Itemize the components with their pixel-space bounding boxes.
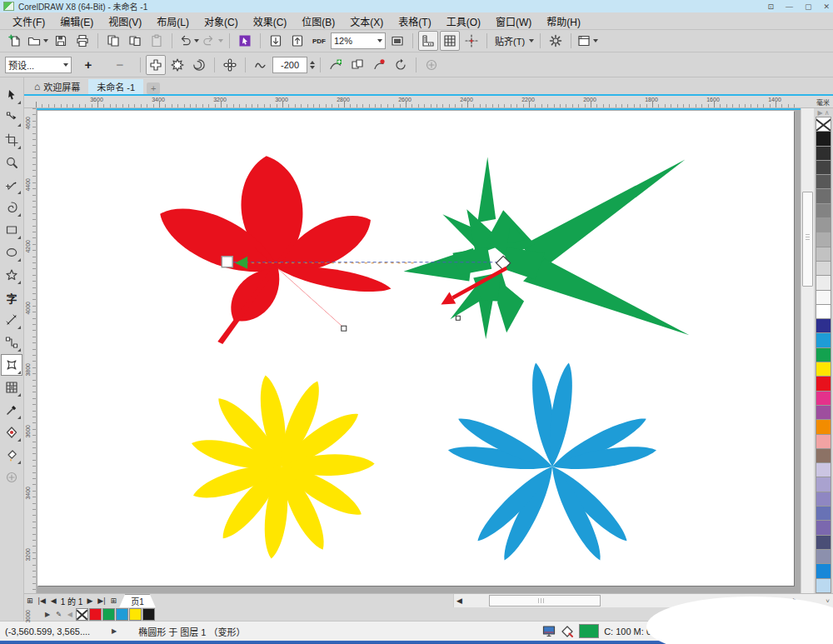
- copy-button[interactable]: [103, 31, 123, 51]
- horizontal-scrollbar-thumb[interactable]: [489, 595, 601, 607]
- palette-swatch[interactable]: [816, 549, 831, 564]
- palette-swatch[interactable]: [816, 203, 831, 218]
- palette-swatch[interactable]: [816, 563, 831, 578]
- palette-swatch[interactable]: [816, 448, 831, 463]
- palette-swatch[interactable]: [816, 290, 831, 305]
- clear-distortion-button[interactable]: [369, 55, 389, 75]
- mesh-fill-tool[interactable]: [1, 377, 22, 398]
- doc-swatch[interactable]: [102, 608, 115, 621]
- restore-panel-icon[interactable]: ⊡: [767, 2, 774, 11]
- doc-swatch[interactable]: [142, 608, 155, 621]
- palette-swatch[interactable]: [816, 217, 831, 232]
- first-page-button[interactable]: |◀: [36, 597, 48, 605]
- palette-swatch[interactable]: [816, 578, 831, 593]
- export-button[interactable]: [287, 31, 307, 51]
- show-guidelines-button[interactable]: [461, 31, 481, 51]
- doc-swatch-none[interactable]: [76, 608, 88, 621]
- menu-item-4[interactable]: 对象(C): [197, 12, 246, 30]
- zoom-tool[interactable]: [1, 152, 22, 173]
- application-launcher-button[interactable]: [576, 31, 599, 51]
- palette-swatch[interactable]: [816, 477, 831, 492]
- menu-item-10[interactable]: 窗口(W): [488, 12, 539, 30]
- push-pull-distortion-button[interactable]: [146, 55, 166, 75]
- remove-preset-button[interactable]: −: [105, 55, 135, 75]
- palette-swatch[interactable]: [816, 304, 831, 319]
- palette-swatch[interactable]: [816, 174, 831, 189]
- vertical-scrollbar-thumb[interactable]: [802, 192, 813, 287]
- palette-swatch[interactable]: [816, 261, 831, 276]
- save-button[interactable]: [51, 31, 71, 51]
- publish-pdf-button[interactable]: PDF: [309, 31, 329, 51]
- duplicate-button[interactable]: [125, 31, 145, 51]
- undo-button[interactable]: [177, 31, 200, 51]
- distort-tool[interactable]: [1, 354, 22, 376]
- text-tool[interactable]: 字: [1, 287, 22, 308]
- menu-item-0[interactable]: 文件(F): [5, 12, 52, 30]
- tab-welcome-screen[interactable]: ⌂ 欢迎屏幕: [26, 79, 88, 94]
- ellipse-tool[interactable]: [1, 242, 22, 263]
- dimension-tool[interactable]: [1, 309, 22, 331]
- eyedropper-tool[interactable]: [1, 399, 22, 421]
- palette-swatch[interactable]: [816, 275, 831, 290]
- spinner-down-icon[interactable]: [310, 66, 315, 69]
- redo-button[interactable]: [202, 31, 224, 51]
- amplitude-spinner[interactable]: [310, 61, 315, 69]
- spinner-up-icon[interactable]: [310, 61, 315, 64]
- palette-swatch[interactable]: [816, 332, 831, 347]
- pick-tool[interactable]: [1, 84, 22, 106]
- doc-palette-eyedropper-icon[interactable]: ✎: [53, 611, 64, 618]
- doc-swatch[interactable]: [116, 608, 128, 621]
- doc-palette-expand-icon[interactable]: ▶: [42, 611, 52, 618]
- connector-tool[interactable]: [1, 332, 22, 353]
- new-document-button[interactable]: [5, 31, 25, 51]
- fullscreen-preview-button[interactable]: [387, 31, 407, 51]
- twister-distortion-button[interactable]: [189, 55, 209, 75]
- next-page-button[interactable]: ▶: [84, 597, 95, 605]
- quick-customize-button[interactable]: [421, 55, 441, 75]
- palette-swatch[interactable]: [816, 362, 831, 377]
- palette-scroll-down-icon[interactable]: ˅: [826, 597, 830, 605]
- zipper-distortion-button[interactable]: [167, 55, 187, 75]
- amplitude-input[interactable]: -200: [272, 57, 307, 73]
- show-grid-button[interactable]: [440, 31, 460, 51]
- paste-button[interactable]: [147, 31, 167, 51]
- freehand-tool[interactable]: [1, 174, 22, 196]
- page-tab[interactable]: 页1: [119, 594, 156, 607]
- maximize-button[interactable]: ▢: [805, 2, 812, 11]
- palette-swatch[interactable]: [816, 462, 831, 477]
- import-button[interactable]: [266, 31, 286, 51]
- canvas-area[interactable]: [37, 108, 801, 593]
- palette-swatch[interactable]: [816, 376, 831, 391]
- show-rulers-button[interactable]: [418, 31, 438, 51]
- new-document-tab-button[interactable]: +: [147, 82, 160, 94]
- page-options-button[interactable]: ⊞: [24, 597, 36, 605]
- doc-palette-scroll-left-icon[interactable]: ◀: [65, 611, 75, 618]
- options-button[interactable]: [546, 31, 566, 51]
- palette-swatch[interactable]: [816, 506, 831, 521]
- shape-tool[interactable]: [1, 107, 22, 128]
- artistic-media-tool[interactable]: [1, 197, 22, 218]
- scroll-left-button[interactable]: ◀: [454, 597, 465, 605]
- menu-item-9[interactable]: 工具(O): [439, 12, 488, 30]
- copy-distortion-button[interactable]: [347, 55, 367, 75]
- snap-to-menu[interactable]: 贴齐(T): [492, 31, 535, 51]
- menu-item-8[interactable]: 表格(T): [391, 12, 438, 30]
- palette-swatch[interactable]: [816, 520, 831, 535]
- status-flyout-icon[interactable]: ▶: [112, 627, 117, 635]
- prev-page-button[interactable]: ◀: [48, 597, 59, 605]
- close-button[interactable]: ✕: [823, 2, 830, 11]
- menu-item-7[interactable]: 文本(X): [342, 12, 391, 30]
- minimize-button[interactable]: —: [786, 2, 793, 11]
- palette-swatch[interactable]: [816, 535, 831, 550]
- palette-swatch-none[interactable]: [816, 117, 831, 132]
- print-button[interactable]: [72, 31, 92, 51]
- more-tools[interactable]: [1, 467, 22, 488]
- open-document-button[interactable]: [27, 31, 49, 51]
- palette-swatch[interactable]: [816, 247, 831, 262]
- palette-swatch[interactable]: [816, 405, 831, 420]
- tab-document[interactable]: 未命名 -1: [88, 79, 143, 94]
- horizontal-ruler[interactable]: 毫米 3600340032003000280026002400220020001…: [24, 96, 833, 108]
- palette-swatch[interactable]: [816, 188, 831, 203]
- palette-swatch[interactable]: [816, 318, 831, 333]
- palette-swatch[interactable]: [816, 160, 831, 175]
